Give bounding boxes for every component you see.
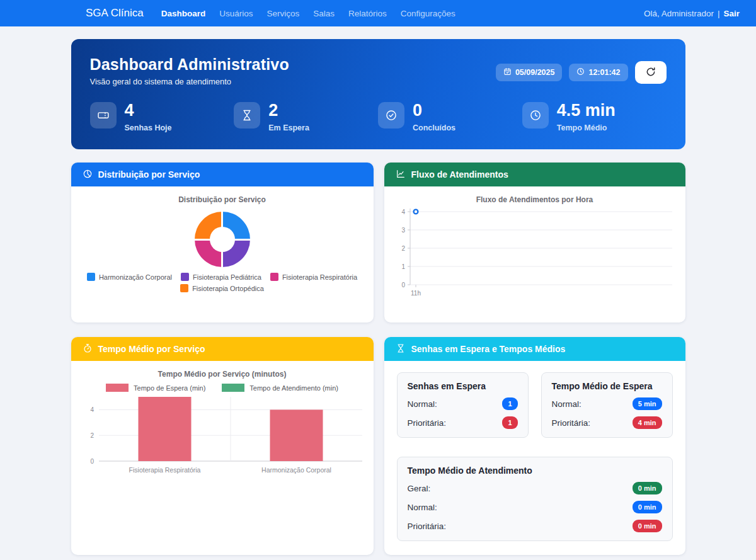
stat-value: 4.5 min — [557, 102, 616, 119]
nav-item-configuracoes[interactable]: Configurações — [401, 9, 455, 18]
bar-chart-title: Tempo Médio por Serviço (minutos) — [71, 370, 374, 379]
date-value: 05/09/2025 — [515, 68, 555, 77]
refresh-button[interactable] — [635, 61, 667, 84]
svg-text:2: 2 — [90, 432, 94, 439]
svg-text:3: 3 — [401, 227, 405, 234]
legend-item[interactable]: Tempo de Espera (min) — [106, 384, 205, 392]
card-header: Senhas em Espera e Tempos Médios — [384, 337, 685, 361]
flow-chart-title: Fluxo de Atendimentos por Hora — [384, 195, 685, 204]
svg-text:Fisioterapia Respiratória: Fisioterapia Respiratória — [129, 466, 200, 474]
stopwatch-icon — [83, 343, 93, 355]
panel-title: Tempo Médio de Atendimento — [408, 466, 662, 476]
svg-text:0: 0 — [401, 282, 405, 289]
panel-title: Tempo Médio de Espera — [552, 381, 662, 391]
svg-text:0: 0 — [90, 458, 94, 465]
service-distribution-donut — [195, 212, 250, 267]
card-header: Tempo Médio por Serviço — [71, 337, 374, 361]
svg-text:2: 2 — [401, 245, 405, 252]
stat-value: 0 — [413, 102, 455, 119]
stat-value: 2 — [268, 102, 309, 119]
line-chart-icon — [396, 169, 406, 181]
separator: | — [718, 9, 720, 18]
svg-text:4: 4 — [401, 209, 405, 215]
hero-stats-row: 4 Senhas Hoje 2 Em Espera 0 — [90, 102, 667, 132]
card-header: Distribuição por Serviço — [71, 163, 374, 186]
nav-item-servicos[interactable]: Serviços — [266, 9, 299, 18]
time-badge: 0 min — [633, 482, 662, 494]
nav-item-salas[interactable]: Salas — [313, 9, 335, 18]
stat-label: Senhas Hoje — [125, 123, 172, 132]
panel-tempo-medio-atendimento: Tempo Médio de Atendimento Geral: 0 min … — [397, 457, 673, 541]
legend-item[interactable]: Fisioterapia Pediátrica — [181, 273, 261, 281]
flow-chart-svg: 4321011h — [392, 204, 676, 305]
panel-senhas-em-espera: Senhas em Espera Normal: 1 Prioritária: … — [397, 372, 529, 438]
time-value: 12:01:42 — [588, 68, 620, 77]
top-navbar: SGA Clínica Dashboard Usuários Serviços … — [0, 0, 756, 26]
calendar-icon — [503, 67, 512, 77]
stat-tempo-medio: 4.5 min Tempo Médio — [522, 102, 667, 132]
bar-chart-legend: Tempo de Espera (min)Tempo de Atendiment… — [71, 384, 374, 392]
brand-logo[interactable]: SGA Clínica — [86, 7, 144, 20]
hero-banner: Dashboard Administrativo Visão geral do … — [71, 39, 685, 149]
stat-label: Em Espera — [268, 123, 309, 132]
time-badge: 0 min — [633, 520, 662, 532]
svg-text:4: 4 — [90, 406, 94, 413]
row-label: Prioritária: — [408, 522, 447, 531]
legend-item[interactable]: Fisioterapia Respiratória — [270, 273, 357, 281]
nav-item-dashboard[interactable]: Dashboard — [161, 9, 206, 18]
stat-senhas-hoje: 4 Senhas Hoje — [90, 102, 234, 132]
legend-item[interactable]: Fisioterapia Ortopédica — [180, 284, 264, 292]
user-greeting: Olá, Administrador — [644, 9, 714, 18]
count-badge: 1 — [502, 397, 517, 410]
bar-chart-svg: 024Fisioterapia RespiratóriaHarmonização… — [75, 392, 370, 480]
stat-value: 4 — [125, 102, 172, 119]
row-label: Normal: — [408, 503, 437, 512]
hourglass-icon — [396, 343, 406, 355]
row-label: Normal: — [552, 399, 581, 409]
legend-item[interactable]: Tempo de Atendimento (min) — [222, 384, 338, 392]
svg-text:Harmonização Corporal: Harmonização Corporal — [261, 466, 331, 474]
row-label: Normal: — [408, 399, 437, 409]
panel-tempo-medio-espera: Tempo Médio de Espera Normal: 5 min Prio… — [541, 372, 673, 438]
stat-concluidos: 0 Concluídos — [378, 102, 522, 132]
count-badge: 1 — [502, 416, 517, 429]
nav-item-relatorios[interactable]: Relatórios — [348, 9, 387, 18]
navbar-user-area: Olá, Administrador | Sair — [644, 9, 740, 18]
nav-links: Dashboard Usuários Serviços Salas Relató… — [161, 9, 455, 18]
nav-item-usuarios[interactable]: Usuários — [219, 9, 253, 18]
page-subtitle: Visão geral do sistema de atendimento — [90, 77, 289, 86]
stat-label: Tempo Médio — [557, 123, 616, 132]
clock-icon — [576, 67, 585, 77]
check-circle-icon — [378, 102, 404, 129]
row-label: Geral: — [408, 484, 431, 493]
card-tempo-medio-servico: Tempo Médio por Serviço Tempo Médio por … — [71, 337, 374, 555]
card-fluxo-atendimentos: Fluxo de Atendimentos Fluxo de Atendimen… — [384, 163, 685, 323]
card-header: Fluxo de Atendimentos — [384, 163, 685, 186]
time-badge: 12:01:42 — [569, 64, 627, 81]
time-badge: 5 min — [633, 397, 662, 410]
card-header-title: Senhas em Espera e Tempos Médios — [411, 344, 566, 354]
logout-link[interactable]: Sair — [723, 9, 740, 18]
card-header-title: Fluxo de Atendimentos — [411, 169, 508, 180]
time-badge: 0 min — [633, 501, 662, 513]
page-title: Dashboard Administrativo — [90, 55, 289, 74]
refresh-icon — [645, 66, 656, 79]
legend-item[interactable]: Harmonização Corporal — [87, 273, 172, 281]
stat-label: Concluídos — [413, 123, 455, 132]
card-header-title: Tempo Médio por Serviço — [98, 344, 205, 354]
svg-text:11h: 11h — [411, 290, 421, 297]
date-badge: 05/09/2025 — [496, 64, 563, 81]
row-label: Prioritária: — [552, 418, 591, 428]
panel-title: Senhas em Espera — [408, 381, 518, 391]
card-senhas-tempos: Senhas em Espera e Tempos Médios Senhas … — [384, 337, 685, 555]
svg-text:1: 1 — [401, 263, 405, 270]
card-distribuicao-servico: Distribuição por Serviço Distribuição po… — [71, 163, 374, 323]
row-label: Prioritária: — [408, 418, 447, 428]
donut-chart-title: Distribuição por Serviço — [71, 195, 374, 204]
pie-chart-icon — [83, 169, 93, 181]
time-badge: 4 min — [633, 416, 662, 429]
card-header-title: Distribuição por Serviço — [98, 169, 200, 180]
clock-icon — [522, 102, 549, 129]
hourglass-icon — [234, 102, 260, 129]
donut-legend: Harmonização CorporalFisioterapia Pediát… — [74, 273, 370, 292]
